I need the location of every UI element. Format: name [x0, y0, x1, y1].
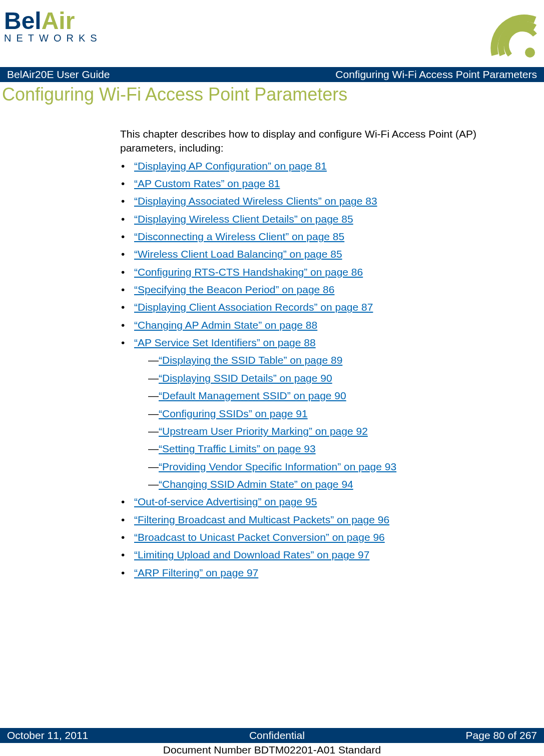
- header-right: Configuring Wi-Fi Access Point Parameter…: [335, 69, 537, 81]
- toc-item: “Wireless Client Load Balancing” on page…: [120, 247, 514, 261]
- toc-link[interactable]: “ARP Filtering” on page 97: [134, 567, 258, 578]
- toc-list: “Displaying AP Configuration” on page 81…: [120, 159, 514, 580]
- toc-sublist: —“Displaying the SSID Table” on page 89—…: [134, 353, 514, 491]
- toc-item: “AP Service Set Identifiers” on page 88—…: [120, 336, 514, 491]
- dash-icon: —: [148, 478, 159, 490]
- toc-link[interactable]: “Wireless Client Load Balancing” on page…: [134, 248, 342, 260]
- toc-item: “Filtering Broadcast and Multicast Packe…: [120, 513, 514, 527]
- dash-icon: —: [148, 372, 159, 384]
- toc-link[interactable]: “Displaying Wireless Client Details” on …: [134, 213, 353, 225]
- toc-subitem: —“Upstream User Priority Marking” on pag…: [148, 424, 514, 438]
- toc-link[interactable]: “Broadcast to Unicast Packet Conversion”…: [134, 531, 385, 543]
- toc-link[interactable]: “Filtering Broadcast and Multicast Packe…: [134, 514, 389, 525]
- toc-sublink[interactable]: “Changing SSID Admin State” on page 94: [159, 478, 353, 490]
- footer-bar: October 11, 2011 Confidential Page 80 of…: [0, 728, 544, 743]
- dash-icon: —: [148, 354, 159, 366]
- toc-item: “Configuring RTS-CTS Handshaking” on pag…: [120, 265, 514, 279]
- toc-item: “Out-of-service Advertising” on page 95: [120, 495, 514, 509]
- toc-item: “Changing AP Admin State” on page 88: [120, 318, 514, 332]
- toc-item: “AP Custom Rates” on page 81: [120, 177, 514, 191]
- toc-link[interactable]: “Changing AP Admin State” on page 88: [134, 319, 317, 331]
- toc-sublink[interactable]: “Upstream User Priority Marking” on page…: [159, 425, 368, 437]
- dash-icon: —: [148, 408, 159, 419]
- toc-link[interactable]: “Limiting Upload and Download Rates” on …: [134, 549, 369, 560]
- toc-subitem: —“Displaying SSID Details” on page 90: [148, 371, 514, 385]
- toc-item: “Limiting Upload and Download Rates” on …: [120, 548, 514, 562]
- toc-item: “Displaying Associated Wireless Clients”…: [120, 194, 514, 208]
- chapter-title: Configuring Wi-Fi Access Point Parameter…: [0, 82, 544, 105]
- toc-sublink[interactable]: “Displaying the SSID Table” on page 89: [159, 354, 342, 366]
- toc-item: “Broadcast to Unicast Packet Conversion”…: [120, 530, 514, 544]
- dash-icon: —: [148, 461, 159, 472]
- toc-subitem: —“Setting Traffic Limits” on page 93: [148, 442, 514, 456]
- toc-subitem: —“Displaying the SSID Table” on page 89: [148, 353, 514, 367]
- toc-subitem: —“Configuring SSIDs” on page 91: [148, 407, 514, 421]
- toc-sublink[interactable]: “Providing Vendor Specific Information” …: [159, 461, 396, 472]
- dash-icon: —: [148, 443, 159, 454]
- intro-paragraph: This chapter describes how to display an…: [120, 127, 514, 156]
- toc-subitem: —“Default Management SSID” on page 90: [148, 389, 514, 403]
- toc-item: “Displaying Client Association Records” …: [120, 300, 514, 314]
- toc-link[interactable]: “Displaying AP Configuration” on page 81: [134, 160, 327, 172]
- logo-word2: NETWORKS: [4, 33, 102, 44]
- logo-word1-part1: Bel: [4, 8, 42, 34]
- toc-item: “Displaying AP Configuration” on page 81: [120, 159, 514, 173]
- toc-subitem: —“Providing Vendor Specific Information”…: [148, 460, 514, 474]
- dash-icon: —: [148, 425, 159, 437]
- toc-item: “Specifying the Beacon Period” on page 8…: [120, 283, 514, 297]
- dash-icon: —: [148, 390, 159, 401]
- header-left: BelAir20E User Guide: [7, 69, 110, 81]
- logo-word1-part2: Air: [42, 8, 75, 34]
- document-number: Document Number BDTM02201-A01 Standard: [0, 743, 544, 756]
- footer-confidential: Confidential: [249, 729, 305, 741]
- footer-date: October 11, 2011: [7, 729, 88, 741]
- toc-link[interactable]: “AP Custom Rates” on page 81: [134, 178, 280, 189]
- toc-link[interactable]: “Out-of-service Advertising” on page 95: [134, 496, 317, 507]
- toc-link[interactable]: “Displaying Associated Wireless Clients”…: [134, 195, 377, 207]
- header-bar: BelAir20E User Guide Configuring Wi-Fi A…: [0, 67, 544, 82]
- svg-point-0: [525, 48, 535, 58]
- toc-item: “Displaying Wireless Client Details” on …: [120, 212, 514, 226]
- toc-item: “ARP Filtering” on page 97: [120, 566, 514, 580]
- toc-subitem: —“Changing SSID Admin State” on page 94: [148, 477, 514, 491]
- toc-sublink[interactable]: “Default Management SSID” on page 90: [159, 390, 346, 401]
- toc-sublink[interactable]: “Configuring SSIDs” on page 91: [159, 408, 308, 419]
- toc-link[interactable]: “Disconnecting a Wireless Client” on pag…: [134, 231, 344, 242]
- toc-item: “Disconnecting a Wireless Client” on pag…: [120, 230, 514, 244]
- footer-page: Page 80 of 267: [466, 729, 537, 741]
- toc-link[interactable]: “Displaying Client Association Records” …: [134, 301, 373, 313]
- toc-link[interactable]: “Configuring RTS-CTS Handshaking” on pag…: [134, 266, 363, 278]
- brand-logo: BelAir NETWORKS: [4, 5, 102, 44]
- toc-link[interactable]: “AP Service Set Identifiers” on page 88: [134, 337, 316, 348]
- toc-sublink[interactable]: “Setting Traffic Limits” on page 93: [159, 443, 316, 454]
- toc-sublink[interactable]: “Displaying SSID Details” on page 90: [159, 372, 332, 384]
- brand-mark-icon: [480, 5, 540, 60]
- toc-link[interactable]: “Specifying the Beacon Period” on page 8…: [134, 284, 334, 295]
